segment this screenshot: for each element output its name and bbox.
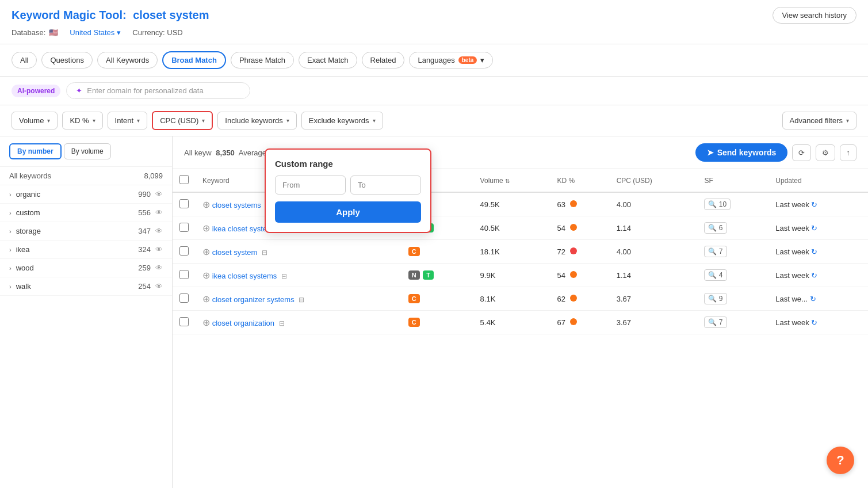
expand-icon: › [9, 265, 12, 272]
cpc-filter[interactable]: CPC (USD) ▾ [152, 111, 213, 130]
add-icon[interactable]: ⊕ [202, 247, 210, 257]
group-by-volume-btn[interactable]: By volume [64, 143, 111, 159]
intent-tag: C [408, 294, 420, 303]
sf-cell[interactable]: 🔍 6 [704, 222, 726, 234]
database-select[interactable]: United States ▾ [70, 28, 121, 37]
tab-exact-match[interactable]: Exact Match [299, 52, 357, 68]
chevron-down-icon: ▾ [93, 117, 95, 124]
row-checkbox[interactable] [179, 223, 189, 232]
keyword-copy-icon[interactable]: ⊟ [299, 296, 304, 304]
kd-cell: 54 [550, 216, 610, 240]
keyword-link[interactable]: ikea closet systems [212, 272, 277, 280]
eye-icon[interactable]: 👁 [155, 208, 163, 217]
updated-cell: Last week ↻ [768, 311, 868, 334]
expand-icon: › [9, 191, 12, 198]
keyword-link[interactable]: closet systems [212, 201, 261, 209]
keyword-link[interactable]: closet system [212, 248, 258, 257]
row-checkbox[interactable] [179, 270, 189, 279]
cpc-cell: 3.67 [610, 311, 698, 334]
row-checkbox[interactable] [179, 199, 189, 208]
cpc-cell: 1.14 [610, 264, 698, 287]
arrow-icon: ➤ [707, 148, 714, 157]
expand-icon: › [9, 283, 12, 290]
view-history-button[interactable]: View search history [773, 7, 856, 24]
col-volume: Volume ⇅ [473, 169, 550, 192]
cpc-dropdown-overlay: Custom range Apply [265, 148, 431, 233]
add-icon[interactable]: ⊕ [202, 294, 210, 304]
sidebar-item-ikea[interactable]: › ikea 324 👁 [0, 241, 172, 259]
apply-button[interactable]: Apply [275, 201, 421, 223]
intent-filter[interactable]: Intent ▾ [108, 112, 148, 129]
table-row: ⊕ closet organization ⊟ C 5.4K 67 3.67 🔍… [173, 311, 868, 334]
tab-questions[interactable]: Questions [41, 52, 93, 68]
select-all-checkbox[interactable] [179, 175, 189, 184]
keyword-copy-icon[interactable]: ⊟ [279, 319, 285, 327]
add-icon[interactable]: ⊕ [202, 270, 210, 280]
languages-button[interactable]: Languages beta ▾ [409, 52, 493, 68]
keyword-copy-icon[interactable]: ⊟ [262, 249, 267, 257]
cpc-cell: 4.00 [610, 240, 698, 264]
add-icon[interactable]: ⊕ [202, 318, 210, 327]
keyword-link[interactable]: ikea closet system [212, 224, 273, 233]
keywords-description: All keyw [184, 148, 212, 157]
add-icon[interactable]: ⊕ [202, 200, 210, 209]
sidebar-item-storage[interactable]: › storage 347 👁 [0, 222, 172, 241]
eye-icon[interactable]: 👁 [155, 245, 163, 254]
keyword-link[interactable]: closet organizer systems [212, 295, 295, 304]
help-button[interactable]: ? [827, 447, 854, 474]
eye-icon[interactable]: 👁 [155, 227, 163, 235]
intent-tag: C [408, 247, 420, 256]
group-by-number-btn[interactable]: By number [9, 143, 62, 159]
sidebar-item-walk[interactable]: › walk 254 👁 [0, 277, 172, 296]
ai-domain-input[interactable]: ✦ Enter domain for personalized data [66, 82, 250, 99]
keyword-copy-icon[interactable]: ⊟ [281, 272, 287, 280]
sf-cell[interactable]: 🔍 10 [704, 199, 731, 210]
range-from-input[interactable] [275, 176, 346, 195]
cpc-cell: 1.14 [610, 216, 698, 240]
kd-cell: 72 [550, 240, 610, 264]
kd-filter[interactable]: KD % ▾ [62, 112, 102, 129]
sf-cell[interactable]: 🔍 4 [704, 269, 726, 281]
db-label: Database: [12, 28, 45, 37]
sf-cell[interactable]: 🔍 9 [704, 293, 726, 304]
col-sf: SF [697, 169, 768, 192]
sf-cell[interactable]: 🔍 7 [704, 317, 726, 328]
advanced-filters-button[interactable]: Advanced filters ▾ [782, 112, 857, 129]
add-icon[interactable]: ⊕ [202, 223, 210, 233]
tab-related[interactable]: Related [362, 52, 405, 68]
sidebar-item-wood[interactable]: › wood 259 👁 [0, 259, 172, 277]
keyword-link[interactable]: closet organization [212, 319, 274, 327]
chevron-down-icon: ▾ [286, 117, 289, 124]
sidebar: By number By volume All keywords 8,099 ›… [0, 136, 173, 488]
range-to-input[interactable] [350, 176, 421, 195]
sidebar-item-organic[interactable]: › organic 990 👁 [0, 185, 172, 204]
settings-button[interactable]: ⚙ [816, 144, 835, 161]
volume-filter[interactable]: Volume ▾ [12, 112, 58, 129]
row-checkbox[interactable] [179, 293, 189, 303]
keywords-count: 8,350 [216, 148, 235, 157]
refresh-button[interactable]: ⟳ [792, 144, 811, 161]
chevron-down-icon: ▾ [373, 117, 376, 124]
currency-label: Currency: USD [132, 28, 182, 37]
tab-all[interactable]: All [12, 52, 37, 68]
exclude-keywords-filter[interactable]: Exclude keywords ▾ [301, 112, 383, 129]
tab-all-keywords[interactable]: All Keywords [97, 52, 158, 68]
volume-cell: 49.5K [473, 192, 550, 216]
eye-icon[interactable]: 👁 [155, 282, 163, 291]
row-checkbox[interactable] [179, 246, 189, 256]
row-checkbox[interactable] [179, 317, 189, 326]
eye-icon[interactable]: 👁 [155, 190, 163, 199]
tab-broad-match[interactable]: Broad Match [162, 51, 226, 69]
sidebar-item-custom[interactable]: › custom 556 👁 [0, 204, 172, 222]
send-keywords-button[interactable]: ➤ Send keywords [695, 143, 788, 162]
cpc-cell: 3.67 [610, 287, 698, 311]
page-title: Keyword Magic Tool: closet system [12, 9, 209, 22]
tab-phrase-match[interactable]: Phrase Match [231, 52, 294, 68]
export-button[interactable]: ↑ [840, 144, 856, 161]
updated-cell: Last week ↻ [768, 240, 868, 264]
include-keywords-filter[interactable]: Include keywords ▾ [217, 112, 296, 129]
sf-cell[interactable]: 🔍 7 [704, 246, 726, 257]
expand-icon: › [9, 228, 12, 235]
volume-cell: 40.5K [473, 216, 550, 240]
eye-icon[interactable]: 👁 [155, 264, 163, 272]
